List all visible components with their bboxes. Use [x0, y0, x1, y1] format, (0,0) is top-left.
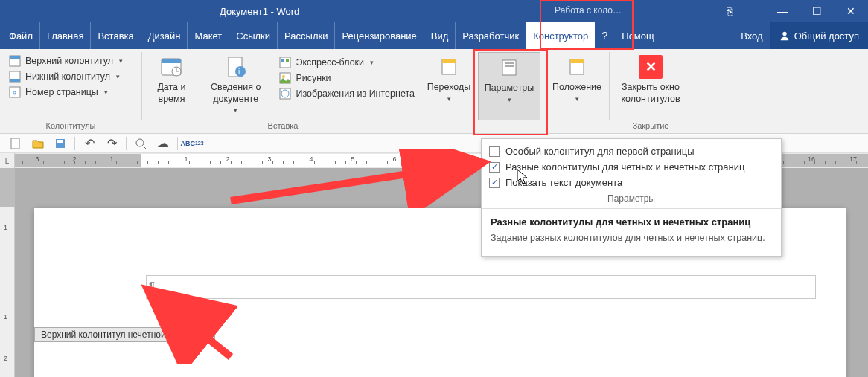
vertical-ruler[interactable]: 1 1 2	[0, 168, 15, 377]
svg-point-11	[235, 66, 246, 77]
tab-file[interactable]: Файл	[0, 22, 40, 49]
check-show-doc-text[interactable]: ✓ Показать текст документа	[482, 175, 781, 190]
tooltip: Разные колонтитулы для четных и нечетных…	[482, 208, 781, 256]
options-icon	[497, 56, 521, 80]
tab-selector[interactable]: L	[0, 153, 15, 168]
online-picture-icon	[279, 88, 291, 100]
check-odd-even[interactable]: ✓ Разные колонтитулы для четных и нечетн…	[482, 159, 781, 175]
person-icon	[779, 30, 790, 41]
checkbox-checked-icon: ✓	[489, 162, 500, 173]
help-icon[interactable]: ?	[595, 22, 614, 49]
svg-rect-29	[57, 140, 63, 143]
tooltip-description: Задание разных колонтитулов для четных и…	[491, 232, 772, 245]
tab-layout[interactable]: Макет	[188, 22, 229, 49]
tooltip-title: Разные колонтитулы для четных и нечетных…	[491, 216, 772, 228]
title-bar: Документ1 - Word Работа с коло… ⎘ — ☐ ✕	[0, 0, 868, 22]
svg-rect-21	[442, 59, 456, 63]
qat-cloud-icon[interactable]: ☁	[153, 135, 173, 152]
checkbox-icon	[489, 146, 500, 157]
svg-point-0	[782, 32, 786, 36]
header-boundary	[34, 326, 846, 326]
picture-icon	[279, 72, 291, 84]
qat-preview-icon[interactable]	[131, 135, 150, 152]
svg-point-17	[282, 75, 285, 78]
quickparts-button[interactable]: Экспресс-блоки▾	[275, 55, 419, 70]
display-options-icon[interactable]: ⎘	[727, 5, 733, 17]
tell-me[interactable]: Помощ	[614, 22, 661, 49]
check-first-page[interactable]: Особый колонтитул для первой страницы	[482, 144, 781, 159]
share-label: Общий доступ	[794, 30, 859, 42]
sign-in[interactable]: Вход	[733, 22, 770, 49]
group-navigation: Переходы▾	[424, 49, 473, 133]
tab-mailings[interactable]: Рассылки	[278, 22, 335, 49]
header-button[interactable]: Верхний колонтитул▾	[4, 54, 127, 68]
qat-abc-icon[interactable]: ABC123	[182, 135, 202, 152]
online-pictures-button[interactable]: Изображения из Интернета	[275, 86, 419, 101]
header-text-box[interactable]	[146, 275, 816, 299]
group-close: ✕ Закрыть окно колонтитулов Закрытие	[610, 49, 692, 133]
options-button[interactable]: Параметры▾	[478, 52, 540, 120]
group-headers-footers: Верхний колонтитул▾ Нижний колонтитул▾ #…	[0, 49, 141, 133]
pilcrow-icon: ¶	[149, 279, 155, 291]
position-icon	[565, 55, 589, 79]
contextual-tab-label: Работа с коло…	[543, 0, 633, 22]
svg-rect-24	[505, 65, 514, 67]
qat-new-icon[interactable]	[6, 135, 25, 152]
tab-designer[interactable]: Конструктор	[526, 22, 595, 49]
tab-view[interactable]: Вид	[424, 22, 456, 49]
tab-review[interactable]: Рецензирование	[335, 22, 424, 49]
header-icon	[9, 55, 21, 67]
options-popup: Особый колонтитул для первой страницы ✓ …	[481, 138, 782, 257]
ribbon-tabs: Файл Главная Вставка Дизайн Макет Ссылки…	[0, 22, 868, 49]
svg-rect-23	[505, 62, 514, 64]
svg-rect-8	[162, 59, 181, 63]
tab-home[interactable]: Главная	[40, 22, 91, 49]
svg-rect-14	[281, 59, 284, 62]
close-hf-button[interactable]: ✕ Закрыть окно колонтитулов	[614, 52, 687, 105]
datetime-button[interactable]: Дата и время	[147, 52, 197, 105]
checkbox-checked-icon: ✓	[489, 178, 500, 188]
qat-undo-icon[interactable]: ↶	[80, 135, 99, 152]
svg-rect-26	[570, 59, 584, 63]
footer-icon	[9, 71, 21, 83]
group-position: Положение▾	[545, 49, 609, 133]
share-button[interactable]: Общий доступ	[770, 22, 868, 49]
tab-design[interactable]: Дизайн	[141, 22, 188, 49]
group-label-headers: Колонтитулы	[4, 120, 137, 133]
close-x-icon: ✕	[639, 55, 663, 79]
group-label-insert: Вставка	[147, 120, 419, 133]
window-title: Документ1 - Word	[220, 6, 299, 17]
docinfo-button[interactable]: i Сведения о документе▾	[197, 52, 275, 115]
position-button[interactable]: Положение▾	[548, 52, 606, 103]
group-options: Параметры▾	[473, 49, 545, 133]
svg-point-30	[136, 139, 144, 146]
tab-insert[interactable]: Вставка	[91, 22, 141, 49]
page-number-button[interactable]: # Номер страницы▾	[4, 85, 127, 100]
close-window-button[interactable]: ✕	[834, 0, 868, 22]
svg-text:#: #	[13, 89, 16, 97]
group-insert: Дата и время i Сведения о документе▾ Экс…	[142, 49, 424, 133]
popup-group-label: Параметры	[482, 190, 781, 208]
group-label-close: Закрытие	[614, 120, 687, 133]
pictures-button[interactable]: Рисунки	[275, 71, 419, 86]
calendar-icon	[159, 55, 183, 79]
footer-button[interactable]: Нижний колонтитул▾	[4, 69, 127, 84]
tab-developer[interactable]: Разработчик	[456, 22, 526, 49]
svg-text:i: i	[238, 68, 240, 76]
svg-rect-2	[10, 56, 20, 59]
docinfo-icon: i	[224, 55, 248, 79]
qat-open-icon[interactable]	[28, 135, 48, 152]
pagenum-icon: #	[9, 86, 21, 98]
tab-references[interactable]: Ссылки	[229, 22, 278, 49]
header-section-label: Верхний колонтитул нечетной страницы	[34, 327, 215, 342]
qat-redo-icon[interactable]: ↷	[102, 135, 121, 152]
window-controls: — ☐ ✕	[765, 0, 868, 22]
navigation-button[interactable]: Переходы▾	[423, 52, 476, 103]
svg-rect-27	[11, 138, 19, 149]
svg-rect-15	[286, 59, 289, 62]
qat-save-icon[interactable]	[51, 135, 70, 152]
minimize-button[interactable]: —	[765, 0, 800, 22]
maximize-button[interactable]: ☐	[800, 0, 834, 22]
quickparts-icon	[279, 57, 291, 68]
svg-rect-4	[10, 79, 20, 82]
